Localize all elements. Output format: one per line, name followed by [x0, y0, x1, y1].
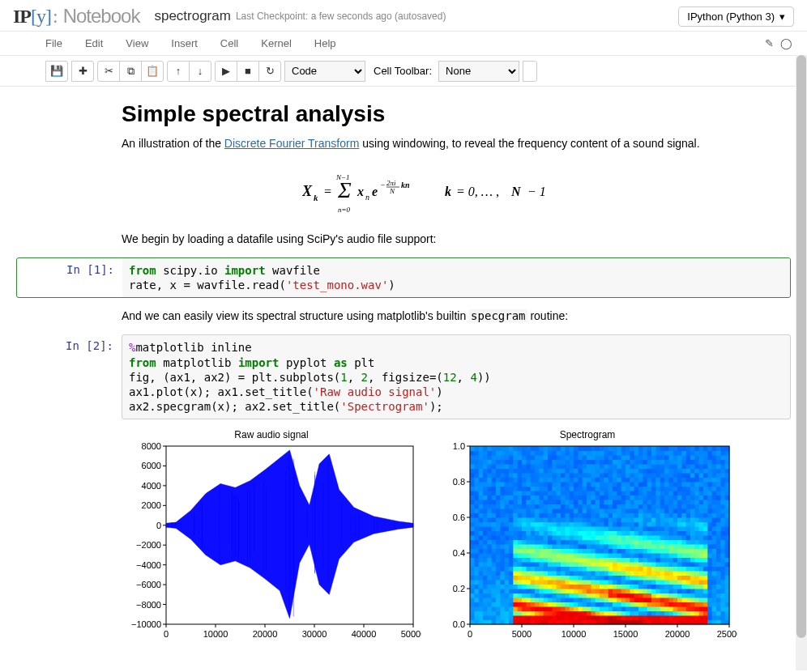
menu-help[interactable]: Help — [303, 37, 348, 49]
svg-rect-1063 — [574, 571, 579, 576]
svg-rect-1745 — [647, 562, 652, 567]
insert-cell-button[interactable]: ✚ — [71, 61, 94, 82]
svg-rect-189 — [479, 544, 484, 549]
code-cell-1[interactable]: In [1]: from scipy.io import wavfile rat… — [16, 257, 791, 298]
svg-rect-1567 — [626, 464, 630, 469]
svg-rect-2021 — [677, 580, 682, 585]
svg-rect-945 — [561, 562, 566, 567]
menu-kernel[interactable]: Kernel — [250, 37, 303, 49]
svg-rect-2352 — [712, 531, 717, 536]
cell-type-select[interactable]: Code — [284, 61, 365, 82]
svg-rect-1876 — [660, 513, 665, 518]
svg-rect-2039 — [677, 500, 682, 504]
svg-rect-377 — [500, 598, 505, 602]
svg-rect-2262 — [703, 576, 708, 581]
svg-rect-1277 — [596, 508, 600, 513]
svg-rect-1062 — [574, 576, 579, 581]
svg-rect-1982 — [673, 576, 678, 581]
save-button[interactable]: 💾 — [45, 61, 68, 82]
svg-rect-228 — [483, 549, 488, 554]
svg-rect-886 — [552, 469, 557, 474]
svg-rect-650 — [526, 451, 531, 456]
svg-rect-2375 — [716, 606, 721, 611]
svg-rect-2308 — [707, 549, 712, 554]
code-cell-2[interactable]: In [2]: %matplotlib inline from matplotl… — [16, 334, 791, 419]
svg-rect-1499 — [621, 589, 626, 593]
svg-rect-1394 — [608, 522, 613, 527]
svg-rect-2331 — [707, 446, 712, 451]
notebook-name[interactable]: spectrogram — [154, 8, 230, 24]
menu-view[interactable]: View — [114, 37, 160, 49]
svg-rect-101 — [470, 580, 475, 585]
svg-rect-493 — [513, 615, 518, 620]
restart-button[interactable]: ↻ — [258, 61, 281, 82]
svg-text:0.4: 0.4 — [453, 548, 465, 558]
svg-rect-263 — [487, 571, 492, 576]
svg-rect-818 — [548, 593, 553, 598]
copy-button[interactable]: ⧉ — [119, 61, 142, 82]
svg-rect-1229 — [591, 544, 596, 549]
svg-rect-177 — [479, 598, 484, 602]
move-up-button[interactable]: ↑ — [167, 61, 190, 82]
cell-toolbar-select[interactable]: None — [438, 61, 519, 82]
svg-rect-1782 — [651, 576, 656, 581]
paste-button[interactable]: 📋 — [141, 61, 164, 82]
code-input[interactable]: %matplotlib inline from matplotlib impor… — [122, 334, 791, 419]
svg-rect-610 — [522, 451, 527, 456]
menu-insert[interactable]: Insert — [160, 37, 209, 49]
menu-cell[interactable]: Cell — [209, 37, 250, 49]
interrupt-button[interactable]: ■ — [237, 61, 259, 82]
svg-rect-2387 — [716, 553, 721, 558]
svg-rect-798 — [544, 504, 549, 509]
scrollbar-thumb[interactable] — [796, 55, 806, 638]
svg-rect-468 — [509, 549, 514, 554]
svg-rect-525 — [513, 473, 518, 478]
svg-rect-789 — [544, 544, 549, 549]
logo[interactable]: IP[y]: Notebook — [13, 5, 139, 28]
svg-rect-632 — [526, 531, 531, 536]
kernel-button[interactable]: IPython (Python 3) ▾ — [678, 6, 794, 27]
svg-rect-1659 — [638, 589, 643, 593]
svg-rect-745 — [539, 562, 544, 567]
svg-rect-229 — [483, 544, 488, 549]
svg-rect-516 — [513, 513, 518, 518]
menu-file[interactable]: File — [13, 37, 74, 49]
dft-link[interactable]: Discrete Fourier Transform — [224, 137, 359, 150]
svg-rect-985 — [565, 562, 570, 567]
svg-rect-846 — [548, 469, 553, 474]
cut-button[interactable]: ✂ — [97, 61, 120, 82]
svg-rect-1582 — [630, 576, 634, 581]
svg-rect-703 — [535, 571, 540, 576]
svg-rect-476 — [509, 513, 514, 518]
svg-rect-1301 — [600, 580, 604, 585]
move-down-button[interactable]: ↓ — [189, 61, 211, 82]
svg-rect-1816 — [655, 602, 660, 607]
notebook-content[interactable]: Simple spectral analysis An illustration… — [0, 87, 807, 672]
markdown-cell-2[interactable]: And we can easily view its spectral stru… — [16, 308, 791, 325]
svg-rect-1792 — [651, 531, 656, 536]
svg-rect-960 — [561, 495, 566, 500]
scrollbar[interactable] — [796, 55, 807, 670]
svg-rect-1409 — [608, 455, 613, 460]
svg-rect-1888 — [660, 460, 665, 465]
svg-rect-2419 — [720, 589, 725, 593]
svg-rect-1780 — [651, 585, 656, 589]
svg-rect-2347 — [712, 553, 717, 558]
svg-rect-96 — [470, 602, 475, 607]
svg-rect-904 — [557, 567, 561, 572]
svg-rect-923 — [557, 482, 561, 487]
run-button[interactable]: ▶ — [215, 61, 237, 82]
markdown-cell[interactable]: Simple spectral analysis An illustration… — [16, 101, 791, 248]
svg-rect-984 — [565, 567, 570, 572]
toolbar-extra-button[interactable] — [523, 61, 537, 82]
svg-rect-1258 — [596, 593, 600, 598]
code-input[interactable]: from scipy.io import wavfile rate, x = w… — [122, 258, 790, 297]
svg-rect-1622 — [634, 576, 639, 581]
svg-rect-1960 — [668, 495, 673, 500]
svg-rect-1799 — [651, 500, 656, 504]
svg-rect-809 — [544, 455, 549, 460]
menu-edit[interactable]: Edit — [74, 37, 114, 49]
svg-rect-1555 — [626, 517, 630, 522]
svg-rect-683 — [531, 482, 536, 487]
svg-rect-1995 — [673, 517, 678, 522]
